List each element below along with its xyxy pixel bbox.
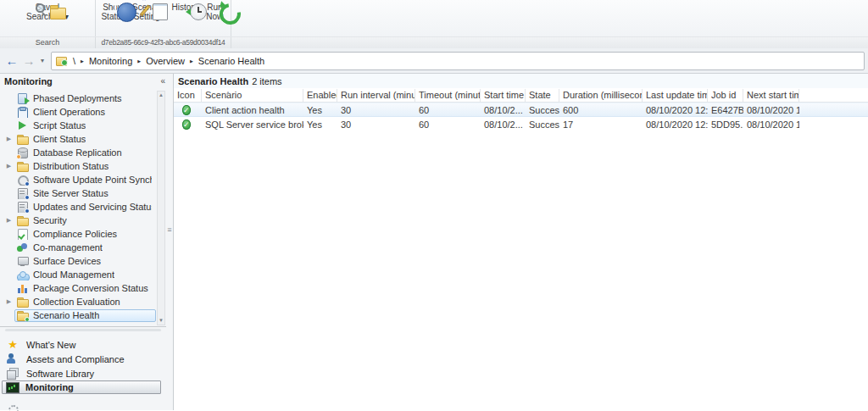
- software-library-icon: [7, 368, 19, 379]
- scenario-settings-button[interactable]: Scenario Settings: [129, 0, 169, 36]
- co-management-icon: [17, 242, 29, 253]
- breadcrumb-item-overview[interactable]: Overview: [146, 56, 185, 66]
- phased-deployments-icon: [17, 93, 29, 104]
- scroll-down-icon[interactable]: ▼: [158, 317, 164, 325]
- history-button[interactable]: History: [169, 0, 200, 36]
- magnifier-icon: [36, 3, 45, 13]
- cloud-management-icon: [17, 269, 29, 280]
- column-header-job-id[interactable]: Job id: [708, 89, 743, 102]
- column-header-run-interval[interactable]: Run interval (minute): [337, 89, 415, 102]
- cell-job-id: E6427B...: [708, 105, 743, 115]
- workspace-software-library[interactable]: Software Library: [0, 366, 166, 380]
- breadcrumb-item-monitoring[interactable]: Monitoring: [89, 56, 132, 66]
- cell-next-start: 08/10/2020 1...: [743, 105, 799, 115]
- tree-item-software-update-sync[interactable]: Software Update Point Synchronization St…: [0, 173, 173, 186]
- expander-icon[interactable]: ▶: [3, 136, 14, 142]
- table-row[interactable]: ✓ SQL Server service broker health Yes 3…: [174, 117, 868, 131]
- column-header-duration[interactable]: Duration (millisecond): [559, 89, 643, 102]
- column-header-next-start[interactable]: Next start time: [743, 89, 799, 102]
- cell-last-update: 08/10/2020 12:00: [643, 119, 708, 130]
- cell-start-time: 08/10/2...: [481, 119, 526, 130]
- splitter-grip-icon[interactable]: ≡: [166, 225, 173, 234]
- package-conversion-icon: [17, 283, 29, 294]
- site-server-status-icon: [17, 188, 29, 199]
- tree-scrollbar[interactable]: ▲ ▼: [157, 91, 165, 325]
- cell-enabled: Yes: [303, 119, 337, 130]
- tree-item-package-conversion[interactable]: Package Conversion Status: [0, 281, 173, 295]
- tree-item-database-replication[interactable]: Database Replication: [0, 146, 173, 159]
- table-row[interactable]: ✓ Client action health Yes 30 60 08/10/2…: [174, 103, 868, 117]
- workspace-whats-new[interactable]: ★What's New: [0, 337, 166, 352]
- forward-button[interactable]: →: [20, 53, 37, 68]
- sccm-console-window: Saved Searches ▾ ! Show Status Scenario …: [0, 0, 868, 411]
- saved-searches-button[interactable]: Saved Searches ▾: [25, 0, 70, 36]
- tree-item-compliance-policies[interactable]: Compliance Policies: [0, 227, 173, 241]
- expander-icon[interactable]: ▶: [3, 217, 14, 224]
- tree-item-phased-deployments[interactable]: Phased Deployments: [0, 92, 173, 105]
- run-now-button[interactable]: Run Now: [201, 0, 229, 36]
- updates-servicing-icon: [17, 202, 29, 213]
- tree-item-security[interactable]: ▶Security: [0, 214, 173, 227]
- breadcrumb-sep-icon: ▶: [137, 58, 141, 64]
- splitter-grip[interactable]: [5, 329, 161, 331]
- breadcrumb: \ ▶ Monitoring ▶ Overview ▶ Scenario Hea…: [51, 52, 865, 70]
- breadcrumb-root[interactable]: \: [73, 56, 75, 66]
- scenario-health-icon: [17, 310, 29, 321]
- column-header-icon[interactable]: Icon: [174, 89, 202, 102]
- tree-item-cloud-management[interactable]: Cloud Management: [0, 268, 173, 281]
- site-icon: [56, 55, 68, 66]
- cell-state: Success: [526, 105, 559, 115]
- breadcrumb-item-scenario-health[interactable]: Scenario Health: [198, 56, 264, 66]
- results-count: 2 items: [252, 76, 281, 86]
- cell-scenario: Client action health: [202, 105, 303, 115]
- tree-item-scenario-health[interactable]: Scenario Health: [0, 308, 173, 322]
- tree-item-site-server-status[interactable]: Site Server Status: [0, 186, 173, 200]
- expander-icon[interactable]: ▶: [3, 298, 14, 305]
- main-area: Monitoring « Phased Deployments Client O…: [0, 74, 868, 410]
- column-header-state[interactable]: State: [526, 89, 559, 102]
- show-status-button[interactable]: ! Show Status: [97, 0, 129, 36]
- sort-ascending-icon: ▲: [225, 89, 231, 99]
- scenario-group-label: d7eb2a85-66c9-42f3-abc6-a59d0034df14: [96, 37, 231, 48]
- scroll-up-icon[interactable]: ▲: [158, 92, 164, 99]
- tree-item-script-status[interactable]: Script Status: [0, 119, 173, 132]
- column-header-filler: [799, 89, 868, 102]
- column-header-start-time[interactable]: Start time: [481, 89, 526, 102]
- tree-item-updates-servicing[interactable]: Updates and Servicing Status: [0, 200, 173, 214]
- folder-icon: [17, 297, 29, 308]
- navigation-pane: Monitoring « Phased Deployments Client O…: [0, 74, 174, 410]
- tree-item-distribution-status[interactable]: ▶Distribution Status: [0, 159, 173, 173]
- tree-item-co-management[interactable]: Co-management: [0, 241, 173, 254]
- column-header-enabled[interactable]: Enabled: [303, 89, 337, 102]
- navigation-pane-title: Monitoring: [0, 74, 173, 90]
- column-header-last-update[interactable]: Last update time: [643, 89, 708, 102]
- client-operations-icon: [17, 107, 29, 118]
- collapse-pane-icon[interactable]: «: [160, 76, 165, 86]
- cell-job-id: 5DD95...: [708, 119, 743, 130]
- workspace-switcher: ★What's New Assets and Compliance Softwa…: [0, 337, 166, 405]
- nav-history-caret[interactable]: ▾: [37, 57, 47, 64]
- folder-icon: [17, 215, 29, 226]
- gear-icon: [8, 405, 19, 411]
- folder-icon: [17, 161, 29, 172]
- column-header-timeout[interactable]: Timeout (minute): [415, 89, 481, 102]
- tree-item-collection-evaluation[interactable]: ▶Collection Evaluation: [0, 295, 173, 308]
- tree-item-surface-devices[interactable]: Surface Devices: [0, 254, 173, 268]
- surface-devices-icon: [17, 256, 29, 267]
- compliance-policies-icon: [17, 229, 29, 240]
- ribbon-group-search: Saved Searches ▾: [0, 0, 96, 36]
- breadcrumb-sep-icon: ▶: [81, 58, 84, 64]
- workspace-monitoring[interactable]: Monitoring: [2, 380, 161, 394]
- cell-scenario: SQL Server service broker health: [202, 119, 303, 130]
- expander-icon[interactable]: ▶: [3, 163, 14, 169]
- workspace-assets-and-compliance[interactable]: Assets and Compliance: [0, 352, 166, 366]
- tree-item-client-operations[interactable]: Client Operations: [0, 105, 173, 119]
- address-bar: ← → ▾ \ ▶ Monitoring ▶ Overview ▶ Scenar…: [0, 48, 868, 74]
- results-title-bar: Scenario Health 2 items: [174, 74, 868, 88]
- horizontal-splitter[interactable]: [0, 326, 166, 332]
- back-button[interactable]: ←: [3, 53, 20, 68]
- column-header-scenario[interactable]: Scenario▲: [202, 89, 303, 102]
- tree-item-client-status[interactable]: ▶Client Status: [0, 132, 173, 146]
- vertical-splitter[interactable]: ≡: [166, 74, 173, 410]
- status-ok-icon: ✓: [182, 105, 191, 115]
